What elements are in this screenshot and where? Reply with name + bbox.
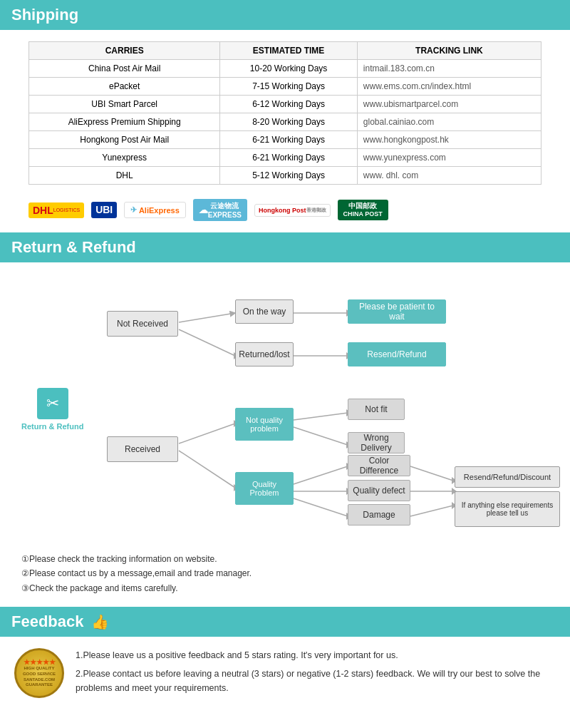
flowchart: ✂ Return & Refund Not Received On the wa… xyxy=(14,274,556,545)
ubi-logo: UBI xyxy=(91,202,117,218)
yuntu-logo: ☁ 云途物流EXPRESS xyxy=(193,199,247,221)
damage-box: Damage xyxy=(348,504,410,526)
chinapost-logo: 中国邮政 CHINA POST xyxy=(338,200,388,220)
feedback-title: Feedback xyxy=(11,612,84,631)
feedback-points: 1.Please leave us a positive feedback an… xyxy=(76,648,556,699)
resend-refund-box: Resend/Refund xyxy=(348,342,446,366)
svg-line-0 xyxy=(179,313,235,322)
return-note: ②Please contact us by a message,email an… xyxy=(21,566,556,580)
feedback-point: 1.Please leave us a positive feedback an… xyxy=(76,648,556,662)
svg-line-7 xyxy=(179,424,235,444)
dhl-logo: DHLLOGISTICS xyxy=(28,202,84,218)
svg-line-9 xyxy=(179,451,235,488)
thumbs-up-icon: 👍 xyxy=(91,613,109,630)
not-fit-box: Not fit xyxy=(348,399,405,420)
badge-text: HIGH QUALITYGOOD SERVICESANTADE.COMGUARA… xyxy=(23,666,56,688)
not-received-box: Not Received xyxy=(107,311,178,337)
return-note: ③Check the package and items carefully. xyxy=(21,581,556,595)
star-row: ★★★★★ xyxy=(24,658,56,666)
quality-problem-box: Quality Problem xyxy=(235,472,294,505)
feedback-badge: ★★★★★ HIGH QUALITYGOOD SERVICESANTADE.CO… xyxy=(14,648,64,698)
return-icon-label: ✂ Return & Refund xyxy=(21,388,83,431)
return-refund-header: Return & Refund xyxy=(0,232,570,262)
shipping-title: Shipping xyxy=(11,6,78,24)
col-carries: CARRIES xyxy=(29,42,220,60)
table-row: ePacket7-15 Working Dayswww.ems.com.cn/i… xyxy=(29,78,542,96)
received-box: Received xyxy=(107,436,178,462)
return-content: ✂ Return & Refund Not Received On the wa… xyxy=(0,262,570,607)
feedback-content: ★★★★★ HIGH QUALITYGOOD SERVICESANTADE.CO… xyxy=(0,637,570,711)
shipping-table-wrap: CARRIES ESTIMATED TIME TRACKING LINK Chi… xyxy=(0,30,570,192)
feedback-point: 2.Please contact us before leaving a neu… xyxy=(76,667,556,695)
on-the-way-box: On the way xyxy=(235,299,294,324)
col-time: ESTIMATED TIME xyxy=(220,42,357,60)
return-refund-title: Return & Refund xyxy=(11,238,136,257)
table-row: UBI Smart Parcel6-12 Working Dayswww.ubi… xyxy=(29,96,542,113)
svg-line-21 xyxy=(410,466,453,481)
table-row: China Post Air Mail10-20 Working Daysint… xyxy=(29,60,542,78)
table-row: Hongkong Post Air Mail6-21 Working Daysw… xyxy=(29,131,542,149)
table-row: AliExpress Premium Shipping8-20 Working … xyxy=(29,113,542,131)
shipping-header: Shipping xyxy=(0,0,570,30)
scissors-icon: ✂ xyxy=(37,388,68,419)
return-refund-section: Return & Refund xyxy=(0,232,570,607)
resend-refund-discount-box: Resend/Refund/Discount xyxy=(455,466,560,488)
quality-defect-box: Quality defect xyxy=(348,480,410,501)
svg-line-13 xyxy=(294,427,348,445)
color-difference-box: Color Difference xyxy=(348,455,410,476)
please-be-patient-box: Please be patient to wait xyxy=(348,299,446,324)
anything-else-box: If anything else requirements please tel… xyxy=(455,491,560,527)
carrier-logos: DHLLOGISTICS UBI ✈ AliExpress ☁ 云途物流EXPR… xyxy=(0,192,570,232)
wrong-delivery-box: Wrong Delivery xyxy=(348,432,405,453)
return-note: ①Please check the tracking information o… xyxy=(21,552,556,566)
shipping-table: CARRIES ESTIMATED TIME TRACKING LINK Chi… xyxy=(28,41,542,185)
svg-line-25 xyxy=(410,506,453,516)
table-row: Yunexpress6-21 Working Dayswww.yunexpres… xyxy=(29,149,542,167)
aliexpress-logo: ✈ AliExpress xyxy=(124,202,186,218)
svg-line-11 xyxy=(294,413,348,420)
return-notes: ①Please check the tracking information o… xyxy=(14,552,556,595)
shipping-section: Shipping CARRIES ESTIMATED TIME TRACKING… xyxy=(0,0,570,232)
svg-line-19 xyxy=(294,498,348,516)
return-icon-text: Return & Refund xyxy=(21,422,83,431)
feedback-section: Feedback 👍 ★★★★★ HIGH QUALITYGOOD SERVIC… xyxy=(0,607,570,711)
svg-line-15 xyxy=(294,466,348,484)
table-row: DHL5-12 Working Dayswww. dhl. com xyxy=(29,167,542,185)
feedback-header: Feedback 👍 xyxy=(0,607,570,637)
svg-line-1 xyxy=(179,329,235,356)
col-tracking: TRACKING LINK xyxy=(357,42,541,60)
hongkong-logo: Hongkong Post香港郵政 xyxy=(254,204,331,217)
returned-lost-box: Returned/lost xyxy=(235,342,294,366)
not-quality-problem-box: Not quality problem xyxy=(235,408,294,441)
